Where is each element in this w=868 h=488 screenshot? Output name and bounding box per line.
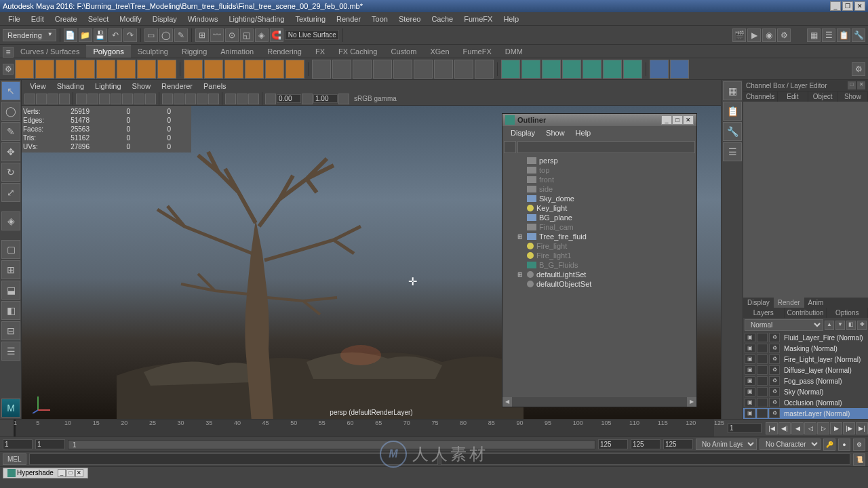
shelf-tab-xgen[interactable]: XGen <box>423 45 456 58</box>
render-layer-row[interactable]: ▣ ♻ masterLayer (Normal) <box>743 408 868 419</box>
live-surface-input[interactable] <box>285 30 339 40</box>
go-to-end-icon[interactable]: ▶| <box>856 422 868 434</box>
outliner-item[interactable]: side <box>504 184 695 194</box>
shelf-tab-fx[interactable]: FX <box>309 45 332 58</box>
rotate-tool[interactable]: ↻ <box>1 163 20 182</box>
layer-renderable-icon[interactable] <box>757 354 768 364</box>
timeline[interactable]: 1510152025303540455055606570758085909510… <box>0 419 868 436</box>
select-tool-icon[interactable]: ▭ <box>144 28 158 42</box>
layer-up-icon[interactable]: ▲ <box>825 321 834 330</box>
menu-stereo[interactable]: Stereo <box>393 14 426 24</box>
shelf-menu-icon[interactable]: ≡ <box>3 47 14 58</box>
menu-display[interactable]: Display <box>147 14 182 24</box>
tool-settings-icon[interactable]: 🔧 <box>852 28 865 42</box>
vp-grid-icon[interactable] <box>76 94 87 104</box>
save-scene-icon[interactable]: 💾 <box>94 28 107 42</box>
menu-windows[interactable]: Windows <box>182 14 224 24</box>
vp-menu-panels[interactable]: Panels <box>198 81 232 91</box>
outliner-item[interactable]: Fire_light1 <box>504 251 695 260</box>
outliner-item[interactable]: persp <box>504 156 695 165</box>
render-layer-row[interactable]: ▣ ♻ Sky (Normal) <box>743 386 868 397</box>
layer-visible-icon[interactable]: ▣ <box>745 387 755 396</box>
collapse-icon[interactable] <box>475 60 494 79</box>
layer-recycle-icon[interactable]: ♻ <box>769 387 780 396</box>
anim-prefs-icon[interactable]: ⚙ <box>853 439 865 451</box>
vp-gate-mask-icon[interactable] <box>111 94 121 104</box>
layer-recycle-icon[interactable]: ♻ <box>769 344 780 353</box>
vp-shadows-icon[interactable] <box>208 94 219 104</box>
shelf-editor-icon[interactable]: ⚙ <box>3 64 14 75</box>
vp-2d-pan-icon[interactable] <box>59 94 70 104</box>
shelf-tab-rigging[interactable]: Rigging <box>175 45 214 58</box>
channel-box-icon[interactable]: ☰ <box>822 28 835 42</box>
mesh-tool-4-icon[interactable] <box>562 60 581 79</box>
menu-cache[interactable]: Cache <box>426 14 458 24</box>
vp-image-plane-icon[interactable] <box>47 94 58 104</box>
outliner-item[interactable]: Fire_light <box>504 241 695 251</box>
poly-cylinder-icon[interactable] <box>56 60 75 79</box>
timeline-ruler[interactable]: 1510152025303540455055606570758085909510… <box>14 420 714 436</box>
layer-visible-icon[interactable]: ▣ <box>745 409 755 418</box>
taskbar-min-icon[interactable]: _ <box>58 469 66 477</box>
tab-display[interactable]: Display <box>743 298 774 308</box>
vp-gamma-icon[interactable] <box>302 94 313 104</box>
vp-xray-icon[interactable] <box>237 94 248 104</box>
layer-renderable-icon[interactable] <box>757 344 768 353</box>
script-type-label[interactable]: MEL <box>3 453 26 465</box>
mesh-tool-1-icon[interactable] <box>501 60 520 79</box>
layer-recycle-icon[interactable]: ♻ <box>769 333 780 342</box>
layer-recycle-icon[interactable]: ♻ <box>769 409 780 418</box>
vp-safe-title-icon[interactable] <box>145 94 156 104</box>
menu-fumefx[interactable]: FumeFX <box>458 14 498 24</box>
render-view-icon[interactable]: 🎬 <box>732 28 746 42</box>
redo-icon[interactable]: ↷ <box>123 28 137 42</box>
snap-plane-icon[interactable]: ◱ <box>240 28 254 42</box>
poly-platonic-icon[interactable] <box>224 60 243 79</box>
step-forward-key-icon[interactable]: |▶ <box>843 422 855 434</box>
anim-layer-dropdown[interactable]: No Anim Layer <box>696 439 757 450</box>
modeling-toolkit-icon[interactable]: ▦ <box>723 81 742 100</box>
tab-anim[interactable]: Anim <box>804 298 828 308</box>
range-track[interactable]: 1 <box>68 440 595 449</box>
snap-grid-icon[interactable]: ⊞ <box>195 28 209 42</box>
minimize-button[interactable]: _ <box>830 1 841 11</box>
scale-tool[interactable]: ⤢ <box>1 183 20 202</box>
menu-file[interactable]: File <box>3 14 26 24</box>
outliner-title-bar[interactable]: Outliner _ □ ✕ <box>502 114 696 126</box>
poly-torus-icon[interactable] <box>117 60 136 79</box>
bevel-icon[interactable] <box>393 60 412 79</box>
layer-renderable-icon[interactable] <box>757 387 768 396</box>
current-frame-input[interactable] <box>728 423 762 433</box>
outliner-item[interactable]: ⊞defaultLightSet <box>504 270 695 279</box>
maya-logo-icon[interactable]: M <box>1 399 20 418</box>
layout-two-v[interactable]: ◧ <box>1 301 20 320</box>
uv-tool-1-icon[interactable] <box>650 60 669 79</box>
outliner-tree[interactable]: persptopfrontsideSky_domeKey_lightBG_pla… <box>502 155 696 397</box>
shelf-tab-custom[interactable]: Custom <box>384 45 424 58</box>
outliner-filter-icon[interactable] <box>504 141 516 153</box>
snap-curve-icon[interactable]: 〰 <box>210 28 224 42</box>
step-back-icon[interactable]: ◀ <box>791 422 804 434</box>
open-scene-icon[interactable]: 📁 <box>79 28 92 42</box>
workspace-dropdown[interactable]: Rendering <box>3 29 56 41</box>
layer-recycle-icon[interactable]: ♻ <box>769 354 780 364</box>
shelf-options-icon[interactable]: ⚙ <box>852 62 865 76</box>
layout-outliner[interactable]: ☰ <box>1 342 20 361</box>
mesh-tool-5-icon[interactable] <box>583 60 601 79</box>
menu-modify[interactable]: Modify <box>114 14 146 24</box>
vp-field-chart-icon[interactable] <box>122 94 133 104</box>
expand-icon[interactable]: ⊞ <box>516 233 524 240</box>
vp-safe-action-icon[interactable] <box>134 94 144 104</box>
menu-edit[interactable]: Edit <box>26 14 50 24</box>
vp-gamma-input[interactable] <box>313 94 338 103</box>
vp-menu-view[interactable]: View <box>24 81 52 91</box>
layer-renderable-icon[interactable] <box>757 376 768 386</box>
poly-cone-icon[interactable] <box>76 60 95 79</box>
outliner-h-scrollbar[interactable]: ◀ ▶ <box>502 397 696 407</box>
play-forward-icon[interactable]: ▷ <box>817 422 829 434</box>
set-key-icon[interactable]: ● <box>838 439 850 451</box>
shelf-tab-dmm[interactable]: DMM <box>498 45 530 58</box>
layer-visible-icon[interactable]: ▣ <box>745 365 755 375</box>
render-layer-row[interactable]: ▣ ♻ Fluid_Layer_Fire (Normal) <box>743 332 868 343</box>
poly-cube-icon[interactable] <box>35 60 54 79</box>
